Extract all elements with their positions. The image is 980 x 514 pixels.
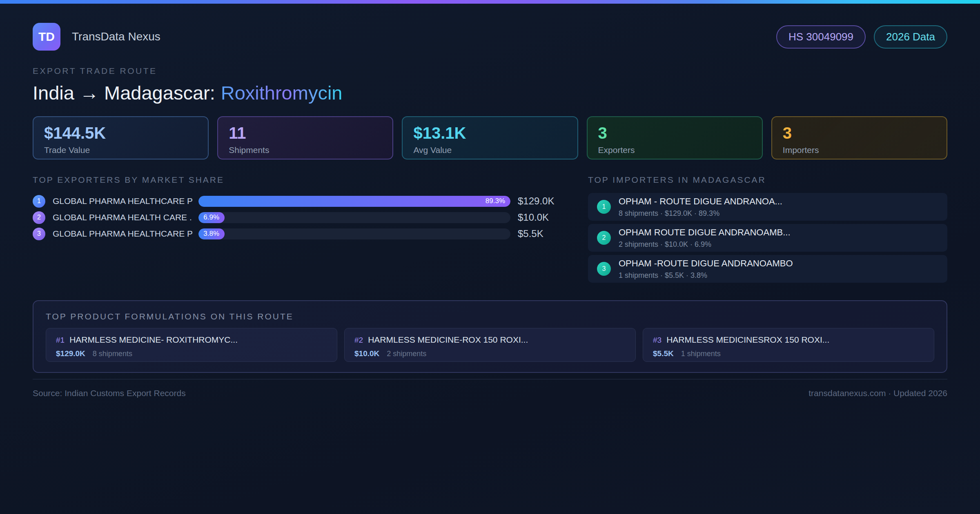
app-logo: TD [33, 23, 60, 51]
exporter-row[interactable]: 2 GLOBAL PHARMA HEALTH CARE ... 6.9% $10… [33, 209, 564, 226]
importers-section: TOP IMPORTERS IN MADAGASCAR 1 OPHAM - RO… [588, 175, 947, 286]
market-share-bar-track: 3.8% [198, 228, 510, 239]
exporter-value: $5.5K [518, 228, 564, 239]
stat-label: Trade Value [44, 145, 197, 155]
formulation-card[interactable]: #1 HARMLESS MEDICINE- ROXITHROMYC... $12… [46, 328, 337, 362]
formulation-name: HARMLESS MEDICINE- ROXITHROMYC... [69, 335, 238, 345]
footer-site: transdatanexus.com · Updated 2026 [808, 388, 947, 398]
market-share-bar-fill: 89.3% [198, 196, 510, 207]
stat-value: $144.5K [44, 124, 197, 142]
header-badges: HS 30049099 2026 Data [776, 25, 947, 49]
stat-label: Exporters [598, 145, 751, 155]
page-title: India → Madagascar:Roxithromycin [33, 82, 947, 104]
stat-value: 3 [598, 124, 751, 142]
importers-heading: TOP IMPORTERS IN MADAGASCAR [588, 175, 947, 185]
formulation-card[interactable]: #3 HARMLESS MEDICINESROX 150 ROXI... $5.… [643, 328, 934, 362]
rank-badge: 2 [33, 211, 45, 224]
importers-list: 1 OPHAM - ROUTE DIGUE ANDRANOA... 8 ship… [588, 193, 947, 283]
exporter-value: $129.0K [518, 195, 564, 207]
stat-card-avg-value: $13.1K Avg Value [402, 116, 578, 160]
formulation-name: HARMLESS MEDICINESROX 150 ROXI... [666, 335, 829, 345]
importer-meta: 2 shipments · $10.0K · 6.9% [619, 240, 791, 249]
stat-value: $13.1K [413, 124, 566, 142]
stat-label: Importers [783, 145, 936, 155]
exporter-name: GLOBAL PHARMA HEALTHCARE P... [53, 196, 192, 206]
formulation-rank: #2 [354, 336, 363, 345]
rank-badge: 2 [597, 231, 611, 245]
page-title-route: India → Madagascar: [33, 82, 215, 104]
formulation-name: HARMLESS MEDICINE-ROX 150 ROXI... [368, 335, 528, 345]
exporters-heading: TOP EXPORTERS BY MARKET SHARE [33, 175, 564, 185]
formulation-value: $5.5K [653, 349, 674, 358]
stat-label: Shipments [229, 145, 382, 155]
importer-meta: 8 shipments · $129.0K · 89.3% [619, 209, 782, 218]
hs-code-badge[interactable]: HS 30049099 [776, 25, 866, 49]
exporter-row[interactable]: 3 GLOBAL PHARMA HEALTHCARE P... 3.8% $5.… [33, 226, 564, 242]
importer-name: OPHAM - ROUTE DIGUE ANDRANOA... [619, 196, 782, 207]
rank-badge: 3 [33, 228, 45, 240]
stat-value: 11 [229, 124, 382, 142]
formulation-rank: #3 [653, 336, 662, 345]
formulation-value: $10.0K [354, 349, 379, 358]
formulation-shipments: 8 shipments [93, 350, 132, 358]
rank-badge: 3 [597, 262, 611, 276]
exporter-value: $10.0K [518, 212, 564, 223]
page-title-product: Roxithromycin [221, 82, 343, 104]
market-share-bar-fill: 6.9% [198, 212, 225, 223]
formulations-panel: TOP PRODUCT FORMULATIONS ON THIS ROUTE #… [33, 300, 947, 373]
formulations-heading: TOP PRODUCT FORMULATIONS ON THIS ROUTE [46, 312, 934, 321]
importer-name: OPHAM -ROUTE DIGUE ANDRANOAMBO [619, 258, 793, 269]
formulation-card[interactable]: #2 HARMLESS MEDICINE-ROX 150 ROXI... $10… [344, 328, 636, 362]
importer-name: OPHAM ROUTE DIGUE ANDRANOAMB... [619, 227, 791, 238]
stat-card-trade-value: $144.5K Trade Value [33, 116, 209, 160]
exporters-section: TOP EXPORTERS BY MARKET SHARE 1 GLOBAL P… [33, 175, 564, 286]
page-container: TD TransData Nexus HS 30049099 2026 Data… [33, 23, 947, 398]
market-share-bar-track: 6.9% [198, 212, 510, 223]
stat-card-shipments: 11 Shipments [217, 116, 393, 160]
stat-card-importers: 3 Importers [771, 116, 947, 160]
importer-list-item[interactable]: 3 OPHAM -ROUTE DIGUE ANDRANOAMBO 1 shipm… [588, 255, 947, 283]
exporter-name: GLOBAL PHARMA HEALTHCARE P... [53, 229, 192, 239]
stat-cards-row: $144.5K Trade Value 11 Shipments $13.1K … [33, 116, 947, 160]
market-share-bar-fill: 3.8% [198, 228, 225, 239]
formulations-cards-row: #1 HARMLESS MEDICINE- ROXITHROMYC... $12… [46, 328, 934, 362]
app-title: TransData Nexus [72, 30, 160, 43]
exporter-name: GLOBAL PHARMA HEALTH CARE ... [53, 213, 192, 222]
rank-badge: 1 [597, 200, 611, 214]
rank-badge: 1 [33, 195, 45, 208]
importer-list-item[interactable]: 2 OPHAM ROUTE DIGUE ANDRANOAMB... 2 ship… [588, 224, 947, 252]
year-data-badge[interactable]: 2026 Data [874, 25, 947, 49]
formulation-value: $129.0K [56, 349, 85, 358]
importer-meta: 1 shipments · $5.5K · 3.8% [619, 271, 793, 280]
stat-card-exporters: 3 Exporters [587, 116, 763, 160]
formulation-shipments: 1 shipments [681, 350, 721, 358]
route-eyebrow: EXPORT TRADE ROUTE [33, 66, 947, 76]
footer-source: Source: Indian Customs Export Records [33, 388, 186, 398]
exporter-row[interactable]: 1 GLOBAL PHARMA HEALTHCARE P... 89.3% $1… [33, 193, 564, 209]
footer-divider [33, 379, 947, 379]
accent-gradient-bar [0, 0, 980, 4]
stat-value: 3 [783, 124, 936, 142]
stat-label: Avg Value [413, 145, 566, 155]
app-header: TD TransData Nexus HS 30049099 2026 Data [33, 23, 947, 51]
formulation-rank: #1 [56, 336, 65, 345]
formulation-shipments: 2 shipments [387, 350, 426, 358]
market-share-bar-track: 89.3% [198, 196, 510, 207]
importer-list-item[interactable]: 1 OPHAM - ROUTE DIGUE ANDRANOA... 8 ship… [588, 193, 947, 221]
exporters-bar-chart: 1 GLOBAL PHARMA HEALTHCARE P... 89.3% $1… [33, 193, 564, 242]
page-footer: Source: Indian Customs Export Records tr… [33, 388, 947, 398]
